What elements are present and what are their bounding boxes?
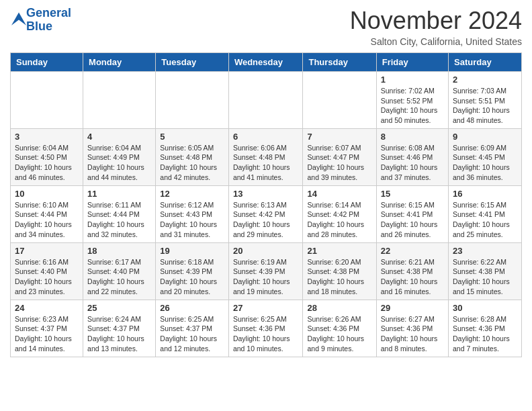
svg-marker-0	[11, 12, 26, 25]
calendar-cell: 28Sunrise: 6:26 AM Sunset: 4:36 PM Dayli…	[303, 300, 376, 357]
day-info: Sunrise: 6:23 AM Sunset: 4:37 PM Dayligh…	[15, 314, 79, 354]
logo-general: General	[26, 6, 71, 19]
day-info: Sunrise: 6:09 AM Sunset: 4:45 PM Dayligh…	[453, 143, 517, 183]
day-info: Sunrise: 6:13 AM Sunset: 4:42 PM Dayligh…	[233, 200, 299, 240]
day-number: 26	[160, 303, 224, 313]
title-block: November 2024 Salton City, California, U…	[350, 7, 522, 47]
day-number: 3	[15, 132, 79, 142]
calendar-cell	[11, 72, 83, 129]
logo: General Blue	[10, 7, 71, 34]
day-info: Sunrise: 6:07 AM Sunset: 4:47 PM Dayligh…	[307, 143, 371, 183]
day-info: Sunrise: 6:24 AM Sunset: 4:37 PM Dayligh…	[87, 314, 151, 354]
day-info: Sunrise: 6:06 AM Sunset: 4:48 PM Dayligh…	[233, 143, 299, 183]
week-row-2: 3Sunrise: 6:04 AM Sunset: 4:50 PM Daylig…	[11, 128, 522, 185]
calendar-cell	[228, 72, 303, 129]
day-info: Sunrise: 6:05 AM Sunset: 4:48 PM Dayligh…	[160, 143, 224, 183]
day-info: Sunrise: 6:08 AM Sunset: 4:46 PM Dayligh…	[381, 143, 444, 183]
day-number: 13	[233, 189, 299, 199]
day-info: Sunrise: 6:25 AM Sunset: 4:36 PM Dayligh…	[233, 314, 299, 354]
day-number: 14	[307, 189, 371, 199]
day-number: 22	[381, 246, 444, 256]
day-info: Sunrise: 6:20 AM Sunset: 4:38 PM Dayligh…	[307, 257, 371, 297]
calendar-cell	[303, 72, 376, 129]
day-number: 2	[453, 75, 517, 85]
day-info: Sunrise: 6:28 AM Sunset: 4:36 PM Dayligh…	[453, 314, 517, 354]
header-wednesday: Wednesday	[228, 53, 303, 72]
day-number: 15	[381, 189, 444, 199]
day-number: 24	[15, 303, 79, 313]
calendar-cell	[83, 72, 156, 129]
calendar-cell: 21Sunrise: 6:20 AM Sunset: 4:38 PM Dayli…	[303, 242, 376, 300]
week-row-4: 17Sunrise: 6:16 AM Sunset: 4:40 PM Dayli…	[11, 242, 522, 300]
calendar-cell: 4Sunrise: 6:04 AM Sunset: 4:49 PM Daylig…	[83, 128, 156, 185]
day-number: 7	[307, 132, 371, 142]
day-info: Sunrise: 6:11 AM Sunset: 4:44 PM Dayligh…	[87, 200, 151, 240]
day-info: Sunrise: 6:14 AM Sunset: 4:42 PM Dayligh…	[307, 200, 371, 240]
logo-text: General Blue	[26, 7, 71, 34]
calendar-cell: 12Sunrise: 6:12 AM Sunset: 4:43 PM Dayli…	[156, 185, 229, 242]
day-info: Sunrise: 6:26 AM Sunset: 4:36 PM Dayligh…	[307, 314, 371, 354]
day-number: 18	[87, 246, 151, 256]
day-number: 8	[381, 132, 444, 142]
header-tuesday: Tuesday	[156, 53, 229, 72]
calendar-cell: 8Sunrise: 6:08 AM Sunset: 4:46 PM Daylig…	[376, 128, 448, 185]
calendar-cell: 2Sunrise: 7:03 AM Sunset: 5:51 PM Daylig…	[449, 72, 522, 129]
day-number: 25	[87, 303, 151, 313]
day-info: Sunrise: 6:19 AM Sunset: 4:39 PM Dayligh…	[233, 257, 299, 297]
calendar-cell: 13Sunrise: 6:13 AM Sunset: 4:42 PM Dayli…	[228, 185, 303, 242]
calendar-cell: 3Sunrise: 6:04 AM Sunset: 4:50 PM Daylig…	[11, 128, 83, 185]
week-row-1: 1Sunrise: 7:02 AM Sunset: 5:52 PM Daylig…	[11, 72, 522, 129]
day-number: 1	[381, 75, 444, 85]
calendar-cell: 26Sunrise: 6:25 AM Sunset: 4:37 PM Dayli…	[156, 300, 229, 357]
header-saturday: Saturday	[449, 53, 522, 72]
day-info: Sunrise: 6:04 AM Sunset: 4:50 PM Dayligh…	[15, 143, 79, 183]
day-number: 12	[160, 189, 224, 199]
day-info: Sunrise: 7:02 AM Sunset: 5:52 PM Dayligh…	[381, 86, 444, 126]
calendar-cell: 20Sunrise: 6:19 AM Sunset: 4:39 PM Dayli…	[228, 242, 303, 300]
day-info: Sunrise: 6:27 AM Sunset: 4:36 PM Dayligh…	[381, 314, 444, 354]
calendar-cell: 7Sunrise: 6:07 AM Sunset: 4:47 PM Daylig…	[303, 128, 376, 185]
header-thursday: Thursday	[303, 53, 376, 72]
day-number: 19	[160, 246, 224, 256]
day-number: 11	[87, 189, 151, 199]
calendar-cell: 16Sunrise: 6:15 AM Sunset: 4:41 PM Dayli…	[449, 185, 522, 242]
calendar-cell: 25Sunrise: 6:24 AM Sunset: 4:37 PM Dayli…	[83, 300, 156, 357]
day-number: 17	[15, 246, 79, 256]
calendar-cell: 30Sunrise: 6:28 AM Sunset: 4:36 PM Dayli…	[449, 300, 522, 357]
calendar-cell: 10Sunrise: 6:10 AM Sunset: 4:44 PM Dayli…	[11, 185, 83, 242]
location-subtitle: Salton City, California, United States	[350, 36, 522, 47]
page-container: General Blue November 2024 Salton City, …	[0, 0, 532, 364]
header-sunday: Sunday	[11, 53, 83, 72]
calendar-cell: 6Sunrise: 6:06 AM Sunset: 4:48 PM Daylig…	[228, 128, 303, 185]
day-number: 29	[381, 303, 444, 313]
calendar-cell	[156, 72, 229, 129]
calendar-cell: 19Sunrise: 6:18 AM Sunset: 4:39 PM Dayli…	[156, 242, 229, 300]
day-number: 30	[453, 303, 517, 313]
day-info: Sunrise: 6:16 AM Sunset: 4:40 PM Dayligh…	[15, 257, 79, 297]
month-year-title: November 2024	[350, 7, 522, 35]
day-info: Sunrise: 6:04 AM Sunset: 4:49 PM Dayligh…	[87, 143, 151, 183]
header-monday: Monday	[83, 53, 156, 72]
calendar-cell: 5Sunrise: 6:05 AM Sunset: 4:48 PM Daylig…	[156, 128, 229, 185]
week-row-5: 24Sunrise: 6:23 AM Sunset: 4:37 PM Dayli…	[11, 300, 522, 357]
logo-blue-text: Blue	[26, 19, 52, 33]
calendar-cell: 24Sunrise: 6:23 AM Sunset: 4:37 PM Dayli…	[11, 300, 83, 357]
calendar-cell: 27Sunrise: 6:25 AM Sunset: 4:36 PM Dayli…	[228, 300, 303, 357]
day-info: Sunrise: 6:15 AM Sunset: 4:41 PM Dayligh…	[381, 200, 444, 240]
day-info: Sunrise: 7:03 AM Sunset: 5:51 PM Dayligh…	[453, 86, 517, 126]
logo-icon	[11, 11, 26, 26]
day-number: 21	[307, 246, 371, 256]
calendar-cell: 11Sunrise: 6:11 AM Sunset: 4:44 PM Dayli…	[83, 185, 156, 242]
day-number: 27	[233, 303, 299, 313]
day-info: Sunrise: 6:22 AM Sunset: 4:38 PM Dayligh…	[453, 257, 517, 297]
calendar-cell: 9Sunrise: 6:09 AM Sunset: 4:45 PM Daylig…	[449, 128, 522, 185]
calendar-cell: 17Sunrise: 6:16 AM Sunset: 4:40 PM Dayli…	[11, 242, 83, 300]
calendar-header-row: Sunday Monday Tuesday Wednesday Thursday…	[11, 53, 522, 72]
day-number: 28	[307, 303, 371, 313]
calendar-cell: 15Sunrise: 6:15 AM Sunset: 4:41 PM Dayli…	[376, 185, 448, 242]
calendar-cell: 1Sunrise: 7:02 AM Sunset: 5:52 PM Daylig…	[376, 72, 448, 129]
day-number: 23	[453, 246, 517, 256]
day-info: Sunrise: 6:10 AM Sunset: 4:44 PM Dayligh…	[15, 200, 79, 240]
header-friday: Friday	[376, 53, 448, 72]
day-info: Sunrise: 6:15 AM Sunset: 4:41 PM Dayligh…	[453, 200, 517, 240]
